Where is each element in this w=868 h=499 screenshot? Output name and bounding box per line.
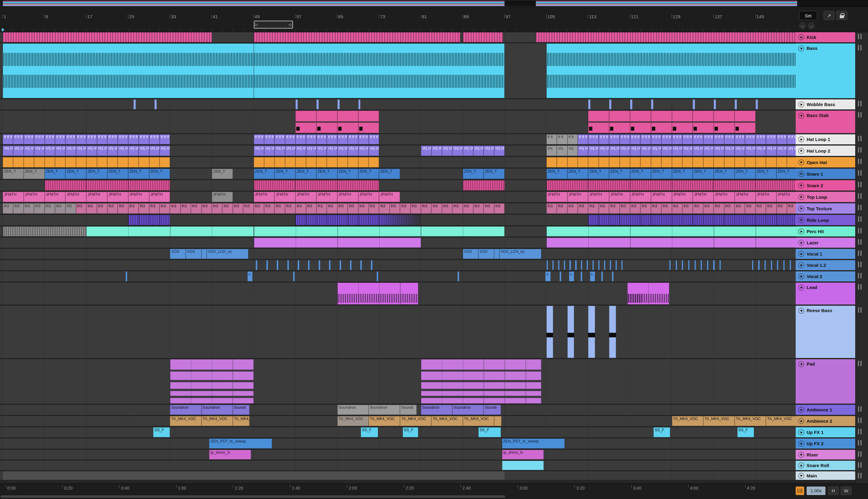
clip[interactable]: JFMTH	[567, 192, 588, 202]
clip[interactable]: JFMTH	[379, 192, 400, 202]
expand-icon-button[interactable]: ↗	[824, 11, 834, 20]
clip[interactable]: lh3	[97, 203, 107, 214]
clip[interactable]: lh3	[327, 203, 337, 214]
clip[interactable]	[609, 157, 620, 168]
clip[interactable]	[118, 157, 128, 168]
clip[interactable]: shj shj	[86, 146, 97, 156]
clip[interactable]: ff ff ff	[735, 134, 745, 144]
clip[interactable]: JFMTH	[672, 192, 693, 202]
clip[interactable]: ZEN_T	[24, 169, 45, 179]
clip[interactable]	[693, 122, 713, 133]
track-lane-main[interactable]	[0, 471, 796, 480]
clip[interactable]	[337, 111, 358, 122]
clip[interactable]: ZEN_T	[337, 169, 358, 179]
clip[interactable]	[756, 99, 758, 109]
track-lane-vocal-1[interactable]: VOXVOXVOX_LCH_voVOXVOXVOX_LCH_vo	[0, 249, 796, 259]
clip[interactable]: Soundiron	[170, 405, 201, 415]
clip[interactable]: shj shj	[693, 146, 703, 156]
clip[interactable]: TA_MK4_VOC	[431, 416, 463, 426]
clip[interactable]: lh3	[107, 203, 118, 214]
clip[interactable]: SS_F	[361, 427, 378, 437]
clip[interactable]: lh3	[620, 203, 630, 214]
clip[interactable]: lh3	[431, 203, 442, 214]
clip[interactable]	[295, 122, 316, 133]
track-header-ambience-2[interactable]: Ambience 2	[796, 416, 855, 426]
track-lane-lazer[interactable]	[0, 238, 796, 248]
clip[interactable]: ff ff ff	[76, 134, 86, 144]
clip[interactable]: ff ff ff	[588, 134, 598, 144]
clip[interactable]: ZEN_T	[693, 169, 713, 179]
clip[interactable]: shj shj	[254, 146, 264, 156]
clip[interactable]: shj shj	[306, 146, 316, 156]
clip[interactable]: lh3	[547, 203, 557, 214]
clip[interactable]: ZEN_T	[588, 169, 609, 179]
track-lane-wobble-bass[interactable]	[0, 99, 796, 109]
clip[interactable]: shj shj	[766, 146, 776, 156]
fold-down-icon[interactable]	[798, 46, 804, 51]
clip[interactable]	[630, 111, 651, 122]
clip[interactable]: JFMTH	[45, 192, 66, 202]
clip[interactable]: shj shj	[713, 146, 724, 156]
clip[interactable]	[421, 359, 541, 404]
clip[interactable]	[630, 157, 640, 168]
clip[interactable]	[547, 180, 588, 191]
clip[interactable]: lh3	[724, 203, 735, 214]
clip[interactable]: ZEN_T	[672, 169, 693, 179]
clip[interactable]	[695, 260, 696, 270]
clip[interactable]	[552, 260, 554, 270]
clip[interactable]: ff ff ff	[337, 134, 348, 144]
clip[interactable]: VOX	[170, 249, 186, 259]
clip[interactable]	[547, 260, 548, 270]
clip[interactable]	[3, 44, 254, 98]
clip[interactable]: lh3	[484, 203, 494, 214]
lock-icon-button[interactable]	[836, 11, 847, 20]
clip[interactable]: ff ff ff	[118, 134, 128, 144]
clip[interactable]: shj shj	[735, 146, 745, 156]
clip[interactable]	[672, 180, 714, 191]
track-lane-top-loop[interactable]: JFMTHJFMTHJFMTHJFMTHJFMTHJFMTHJFMTHJFMTH…	[0, 192, 796, 202]
track-lane-kick[interactable]	[0, 32, 796, 42]
clip[interactable]	[277, 260, 278, 270]
fold-right-icon[interactable]	[798, 452, 804, 458]
clip[interactable]	[358, 111, 379, 122]
clip[interactable]: VOX_LCH_vo	[207, 249, 248, 259]
clip[interactable]: lh3	[661, 203, 672, 214]
clip[interactable]: lh3	[65, 203, 76, 214]
clip[interactable]	[306, 157, 316, 168]
clip[interactable]: ZEN_T	[484, 169, 504, 179]
clip[interactable]	[724, 157, 735, 168]
clip[interactable]: lh3	[557, 203, 567, 214]
clip[interactable]	[783, 260, 785, 270]
clip[interactable]: shj shj	[337, 146, 348, 156]
track-header-lead[interactable]: Lead	[796, 283, 855, 304]
clip[interactable]: lh3	[243, 203, 254, 214]
track-lane-lead[interactable]	[0, 283, 796, 304]
fold-right-icon[interactable]	[798, 194, 804, 200]
clip[interactable]: shj shj	[494, 146, 504, 156]
clip[interactable]	[128, 157, 138, 168]
fold-right-icon[interactable]	[798, 183, 804, 188]
fold-right-icon[interactable]	[798, 101, 804, 107]
clip[interactable]: ZEN_PDT_fx_sweep	[209, 439, 272, 449]
track-header-snare-1[interactable]: Snare 1	[796, 169, 855, 179]
clip[interactable]: lh3	[181, 203, 191, 214]
clip[interactable]: shj shj	[327, 146, 337, 156]
track-header-open-hat[interactable]: Open Hat	[796, 157, 855, 168]
clip[interactable]: lh3	[588, 203, 598, 214]
clip[interactable]	[588, 111, 609, 122]
clip[interactable]: shj shj	[138, 146, 149, 156]
clip[interactable]: JFMTH	[588, 192, 609, 202]
clip[interactable]: shj shj	[777, 146, 787, 156]
clip[interactable]: lh3	[411, 203, 421, 214]
clip[interactable]	[700, 260, 702, 270]
clip[interactable]	[327, 157, 337, 168]
clip[interactable]: Soundi	[400, 405, 417, 415]
track-header-snare-2[interactable]: Snare 2	[796, 180, 855, 191]
clip[interactable]	[297, 260, 299, 270]
clip[interactable]: lh3	[316, 203, 327, 214]
track-lane-vocal-2[interactable]: cccc	[0, 271, 796, 281]
clip[interactable]: JFMTH	[777, 192, 796, 202]
clip[interactable]	[610, 260, 611, 270]
clip[interactable]: lh3	[295, 203, 306, 214]
fold-right-icon[interactable]	[798, 217, 804, 223]
